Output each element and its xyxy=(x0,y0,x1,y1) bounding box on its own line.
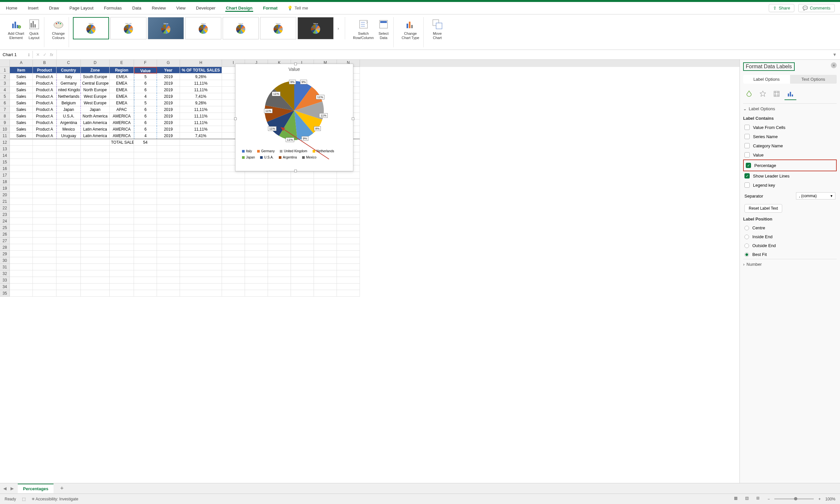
cell[interactable]: West Europe xyxy=(81,93,110,100)
cell[interactable] xyxy=(33,264,56,270)
cell[interactable] xyxy=(245,231,268,237)
cell[interactable] xyxy=(245,185,268,192)
cell[interactable] xyxy=(268,270,291,277)
col-header-c[interactable]: C xyxy=(56,60,81,67)
cell[interactable] xyxy=(314,218,337,224)
cell[interactable] xyxy=(157,257,180,264)
row-header[interactable]: 16 xyxy=(0,165,10,172)
cell[interactable] xyxy=(33,139,56,146)
pie-label[interactable]: 11% xyxy=(316,95,325,100)
cell[interactable] xyxy=(314,231,337,237)
cell[interactable]: 11,11% xyxy=(180,113,222,120)
legend-item[interactable]: Mexico xyxy=(302,156,317,159)
cell[interactable]: 11,11% xyxy=(180,87,222,93)
cell[interactable] xyxy=(157,251,180,257)
cell[interactable] xyxy=(110,257,134,264)
cell[interactable]: U.S.A. xyxy=(56,113,81,120)
cell[interactable] xyxy=(245,218,268,224)
cell[interactable] xyxy=(134,192,157,198)
cell[interactable] xyxy=(157,165,180,172)
pie-label[interactable]: 8% xyxy=(314,126,321,131)
row-header[interactable]: 2 xyxy=(0,73,10,80)
cell[interactable] xyxy=(222,251,245,257)
cell[interactable] xyxy=(110,237,134,244)
cell[interactable] xyxy=(134,218,157,224)
cell[interactable] xyxy=(33,224,56,231)
cell[interactable]: 54 xyxy=(134,139,157,146)
cell[interactable] xyxy=(56,205,81,211)
cell[interactable]: Italy xyxy=(56,73,81,80)
legend-item[interactable]: U.S.A. xyxy=(260,156,274,159)
cell[interactable] xyxy=(291,237,314,244)
cell[interactable]: North Europe xyxy=(81,87,110,93)
chart-legend[interactable]: ItalyGermanyUnited KingdomNetherlandsJap… xyxy=(235,147,353,162)
cell[interactable] xyxy=(222,205,245,211)
cell[interactable] xyxy=(10,172,33,179)
chart-style-2[interactable]: VALUE xyxy=(110,17,146,39)
row-header[interactable]: 11 xyxy=(0,132,10,139)
cell[interactable] xyxy=(10,231,33,237)
cell[interactable]: 9,26% xyxy=(180,100,222,106)
cell[interactable] xyxy=(291,224,314,231)
effects-icon-tab[interactable] xyxy=(757,88,769,100)
cell[interactable] xyxy=(110,185,134,192)
cell[interactable] xyxy=(81,172,110,179)
pie-label[interactable]: 11% xyxy=(264,109,273,113)
cell[interactable] xyxy=(56,198,81,205)
pie-label[interactable]: 9% xyxy=(289,80,296,84)
cell[interactable] xyxy=(268,179,291,185)
cell[interactable]: Mexico xyxy=(56,126,81,132)
cell[interactable]: 6 xyxy=(134,113,157,120)
cell[interactable] xyxy=(314,251,337,257)
zoom-level[interactable]: 100% xyxy=(825,497,835,501)
cell[interactable] xyxy=(110,284,134,290)
cell[interactable] xyxy=(81,290,110,296)
cell[interactable] xyxy=(180,257,222,264)
cell[interactable] xyxy=(314,237,337,244)
row-header[interactable]: 10 xyxy=(0,126,10,132)
cell[interactable] xyxy=(157,218,180,224)
cell[interactable] xyxy=(157,211,180,218)
cell[interactable] xyxy=(268,284,291,290)
cell[interactable]: Product A xyxy=(33,126,56,132)
cell[interactable] xyxy=(222,218,245,224)
cell[interactable] xyxy=(180,139,222,146)
cell[interactable] xyxy=(81,198,110,205)
cell[interactable] xyxy=(180,277,222,284)
zoom-in-button[interactable]: + xyxy=(818,497,821,501)
cell[interactable] xyxy=(291,205,314,211)
change-chart-type-button[interactable]: Change Chart Type xyxy=(400,17,421,41)
cell[interactable] xyxy=(245,179,268,185)
cell[interactable]: Sales xyxy=(10,93,33,100)
cell[interactable] xyxy=(245,192,268,198)
col-header-d[interactable]: D xyxy=(81,60,110,67)
cell[interactable]: Sales xyxy=(10,106,33,113)
cell[interactable] xyxy=(56,179,81,185)
cell[interactable]: 11,11% xyxy=(180,126,222,132)
cell[interactable] xyxy=(81,179,110,185)
cell[interactable] xyxy=(337,251,360,257)
cell[interactable] xyxy=(134,224,157,231)
cell[interactable] xyxy=(268,211,291,218)
row-header[interactable]: 18 xyxy=(0,179,10,185)
cell[interactable] xyxy=(268,237,291,244)
cell[interactable] xyxy=(180,152,222,159)
cancel-formula-icon[interactable]: ✕ xyxy=(36,52,40,57)
cell[interactable]: EMEA xyxy=(110,80,134,87)
cell[interactable] xyxy=(268,290,291,296)
cell[interactable] xyxy=(268,224,291,231)
cell[interactable] xyxy=(222,224,245,231)
cell[interactable]: Product A xyxy=(33,113,56,120)
legend-item[interactable]: Netherlands xyxy=(313,149,334,153)
row-header[interactable]: 13 xyxy=(0,146,10,152)
table-header[interactable]: Region xyxy=(110,67,134,73)
cell[interactable]: 2019 xyxy=(157,120,180,126)
cell[interactable] xyxy=(33,277,56,284)
tab-draw[interactable]: Draw xyxy=(48,4,59,12)
page-layout-view-icon[interactable]: ▤ xyxy=(745,496,752,502)
cell[interactable] xyxy=(337,277,360,284)
cell[interactable] xyxy=(134,172,157,179)
cell[interactable] xyxy=(268,251,291,257)
fill-line-icon-tab[interactable] xyxy=(743,88,755,100)
tab-page-layout[interactable]: Page Layout xyxy=(69,4,94,12)
